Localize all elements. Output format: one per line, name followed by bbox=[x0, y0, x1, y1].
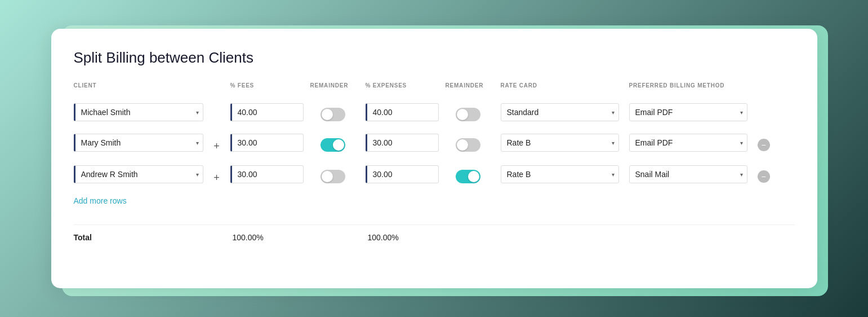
table-row: Michael Smith Mary Smith Andrew R Smith … bbox=[74, 133, 795, 153]
table-row: Michael Smith Mary Smith Andrew R Smith … bbox=[74, 103, 795, 121]
billing-label-header: PREFERRED BILLING METHOD bbox=[629, 82, 747, 89]
client-select-1[interactable]: Michael Smith Mary Smith Andrew R Smith bbox=[74, 103, 203, 121]
billing-select-1[interactable]: Email PDF Snail Mail Print bbox=[629, 103, 747, 121]
fees-label-header: % FEES bbox=[230, 82, 304, 89]
total-label: Total bbox=[74, 233, 203, 242]
header-labels-row: CLIENT % FEES REMAINDER % EXPENSES REMAI… bbox=[74, 82, 795, 92]
client-select-2[interactable]: Michael Smith Mary Smith Andrew R Smith bbox=[74, 134, 203, 152]
ratecard-select-1[interactable]: Standard Rate B Rate C bbox=[501, 103, 619, 121]
minus-icon: − bbox=[761, 140, 765, 149]
expenses-label-header: % EXPENSES bbox=[366, 82, 439, 89]
ratecard-label-header: RATE CARD bbox=[501, 82, 619, 89]
fees-input-1[interactable] bbox=[230, 103, 304, 121]
page-title: Split Billing between Clients bbox=[74, 49, 795, 67]
remainder2-label-header: REMAINDER bbox=[446, 82, 491, 89]
add-more-rows-link[interactable]: Add more rows bbox=[74, 196, 127, 205]
expenses-input-3[interactable] bbox=[366, 165, 439, 183]
remainder-fees-toggle-1[interactable] bbox=[321, 108, 345, 121]
add-client-button-3[interactable]: + bbox=[210, 171, 224, 184]
fees-input-3[interactable] bbox=[230, 165, 304, 183]
remove-row-button-3[interactable]: − bbox=[758, 170, 770, 183]
expenses-input-2[interactable] bbox=[366, 134, 439, 152]
split-billing-card: Split Billing between Clients CLIENT % F… bbox=[51, 29, 817, 288]
total-row: Total 100.00% 100.00% bbox=[74, 224, 795, 242]
ratecard-select-2[interactable]: Standard Rate B Rate C bbox=[501, 134, 619, 152]
total-expenses-value: 100.00% bbox=[366, 233, 439, 242]
client-select-3[interactable]: Michael Smith Mary Smith Andrew R Smith bbox=[74, 165, 203, 183]
remainder-expenses-toggle-3[interactable] bbox=[456, 170, 480, 183]
total-fees-value: 100.00% bbox=[230, 233, 304, 242]
minus-icon: − bbox=[761, 172, 765, 181]
add-client-button-2[interactable]: + bbox=[210, 139, 224, 153]
remainder-expenses-toggle-2[interactable] bbox=[456, 138, 480, 152]
ratecard-select-3[interactable]: Standard Rate B Rate C bbox=[501, 165, 619, 183]
billing-select-3[interactable]: Email PDF Snail Mail Print bbox=[629, 165, 747, 183]
fees-input-2[interactable] bbox=[230, 134, 304, 152]
remove-row-button-2[interactable]: − bbox=[758, 139, 770, 151]
billing-select-2[interactable]: Email PDF Snail Mail Print bbox=[629, 134, 747, 152]
expenses-input-1[interactable] bbox=[366, 103, 439, 121]
table-row: Michael Smith Mary Smith Andrew R Smith … bbox=[74, 164, 795, 184]
remainder-fees-toggle-2[interactable] bbox=[321, 138, 345, 152]
remainder-label-header: REMAINDER bbox=[310, 82, 355, 89]
remainder-expenses-toggle-1[interactable] bbox=[456, 108, 480, 121]
remainder-fees-toggle-3[interactable] bbox=[321, 170, 345, 183]
client-label-header: CLIENT bbox=[74, 82, 203, 89]
